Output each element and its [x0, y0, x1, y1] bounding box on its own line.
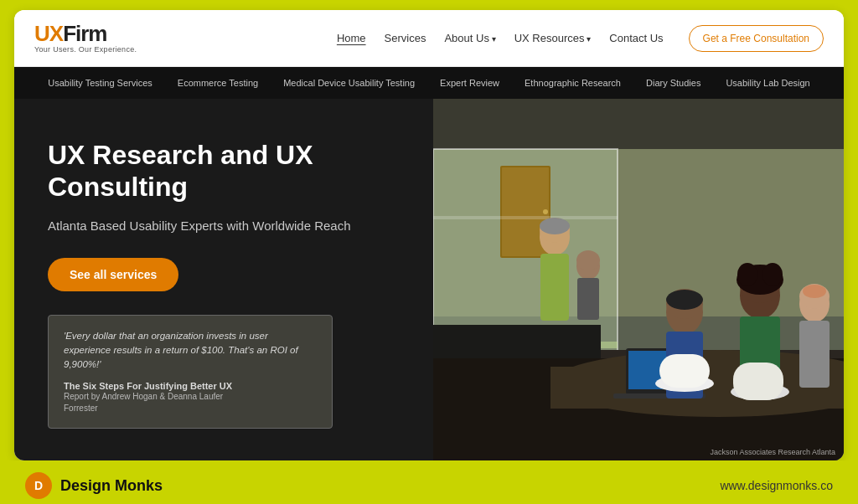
- subnav-usability-testing[interactable]: Usability Testing Services: [48, 78, 152, 88]
- brand-name: Design Monks: [60, 477, 163, 495]
- quote-source-title: The Six Steps For Justifying Better UX: [64, 381, 317, 391]
- svg-rect-33: [799, 321, 830, 388]
- svg-point-30: [737, 263, 757, 286]
- nav-home[interactable]: Home: [337, 32, 366, 44]
- subnav-expert-review[interactable]: Expert Review: [440, 78, 499, 88]
- subnav-diary[interactable]: Diary Studies: [646, 78, 700, 88]
- brand-icon-letter: D: [34, 479, 43, 492]
- nav-about[interactable]: About Us: [444, 32, 495, 44]
- svg-rect-20: [577, 278, 599, 320]
- svg-point-21: [576, 250, 600, 270]
- meeting-room-svg: Jackson Associates Research Atlanta: [433, 99, 844, 460]
- svg-point-6: [543, 209, 548, 214]
- svg-point-31: [762, 263, 783, 286]
- logo-firm: Firm: [63, 21, 106, 46]
- brand-section: D Design Monks: [25, 472, 163, 499]
- subnav-medical[interactable]: Medical Device Usability Testing: [283, 78, 415, 88]
- logo-ux: UX: [34, 21, 63, 46]
- quote-source-sub1: Report by Andrew Hogan & Deanna Laufer: [64, 391, 317, 403]
- svg-point-35: [803, 285, 826, 298]
- nav-ux-resources[interactable]: UX Resources: [514, 32, 592, 44]
- main-navigation: Home Services About Us UX Resources Cont…: [337, 32, 664, 44]
- subnav-ecommerce[interactable]: Ecommerce Testing: [178, 78, 258, 88]
- hero-section: UX Research and UX Consulting Atlanta Ba…: [14, 99, 844, 460]
- hero-subtitle: Atlanta Based Usability Experts with Wor…: [48, 217, 400, 234]
- website-preview: UXFirm Your Users. Our Experience. Home …: [14, 10, 844, 460]
- nav-contact[interactable]: Contact Us: [609, 32, 663, 44]
- hero-image: Jackson Associates Research Atlanta: [433, 99, 844, 460]
- logo[interactable]: UXFirm Your Users. Our Experience.: [34, 23, 137, 54]
- brand-logo-icon: D: [25, 472, 52, 499]
- get-consultation-button[interactable]: Get a Free Consultation: [689, 25, 824, 52]
- quote-source-sub2: Forrester: [64, 403, 317, 414]
- nav-services[interactable]: Services: [385, 32, 426, 44]
- svg-point-18: [540, 218, 570, 234]
- hero-content: UX Research and UX Consulting Atlanta Ba…: [14, 99, 433, 460]
- logo-tagline: Your Users. Our Experience.: [34, 46, 137, 54]
- svg-rect-39: [733, 363, 783, 400]
- subnav-usability-lab[interactable]: Usability Lab Design: [726, 78, 809, 88]
- svg-text:Jackson Associates Research At: Jackson Associates Research Atlanta: [710, 448, 835, 456]
- svg-rect-7: [433, 216, 618, 219]
- see-all-services-button[interactable]: See all services: [48, 258, 178, 291]
- subnav-ethnographic[interactable]: Ethnographic Research: [525, 78, 621, 88]
- svg-rect-16: [540, 254, 569, 321]
- quote-text: 'Every dollar that an organization inves…: [64, 329, 317, 373]
- secondary-nav: Usability Testing Services Ecommerce Tes…: [14, 67, 844, 99]
- quote-box: 'Every dollar that an organization inves…: [48, 315, 333, 429]
- svg-rect-41: [433, 325, 601, 358]
- bottom-bar: D Design Monks www.designmonks.co: [0, 460, 858, 504]
- brand-url: www.designmonks.co: [720, 479, 833, 492]
- hero-title: UX Research and UX Consulting: [48, 139, 400, 203]
- svg-point-25: [666, 290, 703, 310]
- svg-rect-1: [433, 99, 844, 149]
- top-nav: UXFirm Your Users. Our Experience. Home …: [14, 10, 844, 67]
- svg-rect-37: [659, 354, 710, 388]
